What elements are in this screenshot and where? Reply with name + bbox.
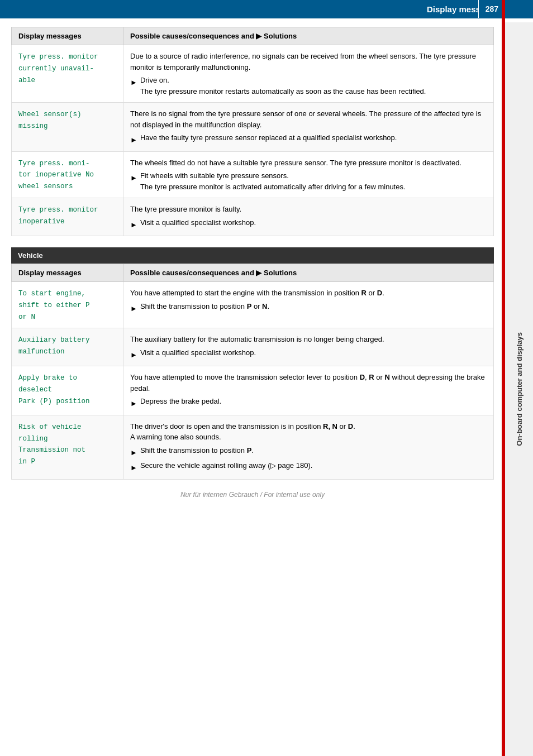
arrow-icon: ► (130, 135, 137, 146)
display-message: Wheel sensor(s)missing (12, 103, 123, 152)
right-sidebar: On-board computer and displays (505, 22, 533, 756)
sidebar-label: On-board computer and displays (515, 332, 524, 446)
table-row: Auxiliary batterymalfunction The auxilia… (12, 328, 494, 366)
main-content: Display messages Possible causes/consequ… (0, 18, 533, 510)
page-number: 287 (478, 0, 505, 18)
vehicle-table: Display messages Possible causes/consequ… (11, 264, 494, 480)
tyre-pressure-table: Display messages Possible causes/consequ… (11, 27, 494, 236)
header-bar: Display messages 287 (0, 0, 533, 18)
display-message: Tyre press. moni-tor inoperative Nowheel… (12, 151, 123, 198)
table-row: Tyre press. monitorcurrently unavail-abl… (12, 45, 494, 103)
table-row: Apply brake todeselectPark (P) position … (12, 366, 494, 415)
causes-solutions: You have attempted to move the transmiss… (123, 366, 494, 415)
causes-solutions: The auxiliary battery for the automatic … (123, 328, 494, 366)
display-message: Tyre press. monitorinoperative (12, 198, 123, 236)
arrow-icon: ► (130, 219, 137, 231)
table-row: Risk of vehiclerollingTransmission notin… (12, 415, 494, 479)
causes-solutions: There is no signal from the tyre pressur… (123, 103, 494, 152)
arrow-icon: ► (130, 462, 137, 473)
table-row: To start engine,shift to either Por N Yo… (12, 282, 494, 328)
display-message: To start engine,shift to either Por N (12, 282, 123, 328)
causes-solutions: You have attempted to start the engine w… (123, 282, 494, 328)
tyre-col1-header: Display messages (12, 27, 123, 45)
causes-solutions: The tyre pressure monitor is faulty. ► V… (123, 198, 494, 236)
tyre-col2-header: Possible causes/consequences and ▶ Solut… (123, 27, 494, 45)
footer-text: Nur für internen Gebrauch / For internal… (11, 491, 494, 499)
arrow-icon: ► (130, 398, 137, 409)
vehicle-section-header: Vehicle (11, 247, 494, 264)
table-row: Wheel sensor(s)missing There is no signa… (12, 103, 494, 152)
arrow-icon: ► (130, 303, 137, 314)
arrow-icon: ► (130, 173, 137, 184)
arrow-icon: ► (130, 350, 137, 361)
arrow-icon: ► (130, 447, 137, 458)
causes-solutions: The driver's door is open and the transm… (123, 415, 494, 479)
display-message: Tyre press. monitorcurrently unavail-abl… (12, 45, 123, 103)
display-message: Auxiliary batterymalfunction (12, 328, 123, 366)
display-message: Risk of vehiclerollingTransmission notin… (12, 415, 123, 479)
table-row: Tyre press. monitorinoperative The tyre … (12, 198, 494, 236)
arrow-icon: ► (130, 77, 137, 88)
vehicle-col1-header: Display messages (12, 264, 123, 282)
causes-solutions: Due to a source of radio interference, n… (123, 45, 494, 103)
vehicle-col2-header: Possible causes/consequences and ▶ Solut… (123, 264, 494, 282)
red-bar-decoration (502, 0, 505, 756)
display-message: Apply brake todeselectPark (P) position (12, 366, 123, 415)
causes-solutions: The wheels fitted do not have a suitable… (123, 151, 494, 198)
table-row: Tyre press. moni-tor inoperative Nowheel… (12, 151, 494, 198)
